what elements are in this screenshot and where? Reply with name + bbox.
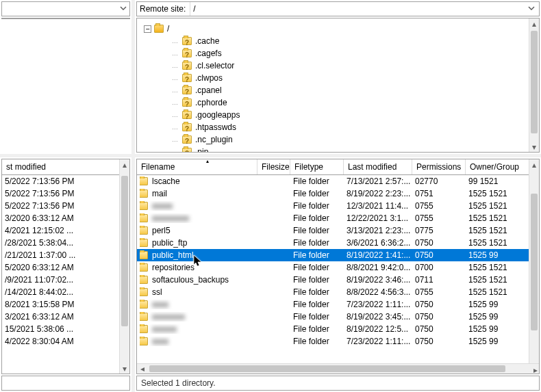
table-row[interactable]: lscacheFile folder7/13/2021 2:57:...0277…: [137, 175, 539, 187]
folder-icon: [140, 251, 148, 259]
folder-unknown-icon: [182, 49, 192, 57]
scroll-thumb[interactable]: [149, 365, 505, 372]
folder-unknown-icon: [182, 111, 192, 119]
tree-item[interactable]: ….cagefs: [167, 47, 539, 60]
remote-site-label: Remote site:: [137, 4, 190, 14]
scroll-left-icon[interactable]: ◂: [137, 364, 147, 374]
list-item[interactable]: /14/2021 8:44:02...: [2, 286, 129, 298]
tree-branch-icon: …: [167, 47, 182, 60]
folder-icon: [140, 226, 148, 235]
scroll-down-icon[interactable]: ▾: [529, 142, 539, 152]
list-item[interactable]: 3/2020 6:33:12 AM: [2, 212, 129, 224]
chevron-down-icon[interactable]: [524, 4, 539, 14]
chevron-down-icon[interactable]: [120, 4, 127, 14]
scroll-up-icon[interactable]: ▴: [120, 18, 129, 19]
list-item[interactable]: 5/2022 7:13:56 PM: [2, 175, 129, 187]
list-item[interactable]: 5/2022 7:13:56 PM: [2, 187, 129, 200]
remote-tree-scrollbar[interactable]: ▴ ▾: [529, 18, 539, 152]
folder-unknown-icon: [182, 86, 192, 94]
list-item[interactable]: 8/2021 3:15:58 PM: [2, 298, 129, 311]
list-item[interactable]: 4/2022 8:30:04 AM: [2, 335, 129, 348]
tree-root[interactable]: −/: [144, 23, 539, 35]
scroll-thumb[interactable]: [121, 176, 128, 326]
folder-unknown-icon: [182, 99, 192, 107]
local-tree-panel: ▴ ▾: [0, 0, 135, 154]
remote-file-list[interactable]: Filename ▴ Filesize Filetype Last modifi…: [136, 159, 540, 374]
folder-icon: [140, 300, 148, 309]
local-list-scrollbar[interactable]: ▴ ▾: [119, 159, 129, 374]
list-item[interactable]: /9/2021 11:07:02...: [2, 274, 129, 286]
tree-branch-icon: …: [167, 60, 182, 72]
tree-branch-icon: …: [167, 72, 182, 84]
table-row[interactable]: perl5File folder3/13/2021 2:23:...077515…: [137, 224, 539, 237]
scroll-up-icon[interactable]: ▴: [529, 18, 539, 29]
list-item[interactable]: /28/2021 5:38:04...: [2, 237, 129, 249]
scroll-down-icon[interactable]: ▾: [120, 18, 129, 18]
table-row[interactable]: public_htmlFile folder8/19/2022 1:41:...…: [137, 249, 539, 261]
folder-open-icon: [154, 25, 164, 33]
col-last-modified[interactable]: Last modified: [344, 159, 412, 174]
list-item[interactable]: 5/2022 7:13:56 PM: [2, 200, 129, 212]
local-status-bar: [1, 376, 130, 391]
collapse-icon[interactable]: −: [144, 25, 151, 33]
scroll-down-icon[interactable]: ▾: [120, 363, 129, 374]
table-row[interactable]: repositoriesFile folder8/8/2021 9:42:0..…: [137, 261, 539, 274]
scroll-up-icon[interactable]: ▴: [529, 159, 539, 170]
tree-branch-icon: …: [167, 133, 182, 146]
remote-tree[interactable]: −/….cache….cagefs….cl.selector….clwpos….…: [136, 18, 540, 153]
tree-item[interactable]: ….clwpos: [167, 72, 539, 84]
list-item[interactable]: 3/2021 6:33:12 AM: [2, 311, 129, 323]
tree-item[interactable]: ….pip: [167, 146, 539, 153]
folder-icon: [140, 263, 148, 272]
tree-item[interactable]: ….cache: [167, 35, 539, 47]
list-item[interactable]: 15/2021 5:38:06 ...: [2, 323, 129, 335]
col-filename[interactable]: Filename ▴: [137, 159, 257, 174]
table-row[interactable]: xxxxxxxxxFile folder12/22/2021 3:1...075…: [137, 212, 539, 224]
table-row[interactable]: xxxxxFile folder12/3/2021 11:4...0755152…: [137, 200, 539, 212]
folder-icon: [140, 239, 148, 247]
list-item[interactable]: /21/2021 1:37:00 ...: [2, 249, 129, 261]
table-row[interactable]: xxxxFile folder7/23/2022 1:11:...0750152…: [137, 298, 539, 311]
list-item[interactable]: 4/2021 12:15:02 ...: [2, 224, 129, 237]
col-permissions[interactable]: Permissions: [412, 159, 466, 174]
tree-item[interactable]: ….htpasswds: [167, 121, 539, 133]
col-last-modified[interactable]: st modified: [2, 159, 129, 174]
tree-item[interactable]: ….cpanel: [167, 84, 539, 96]
table-row[interactable]: softaculous_backupsFile folder8/19/2022 …: [137, 274, 539, 286]
local-file-list[interactable]: st modified 5/2022 7:13:56 PM5/2022 7:13…: [1, 159, 130, 374]
remote-path-value[interactable]: /: [190, 2, 524, 16]
tree-branch-icon: …: [167, 35, 182, 47]
remote-path-bar[interactable]: Remote site: /: [136, 1, 540, 16]
tree-item[interactable]: ….cl.selector: [167, 60, 539, 72]
tree-item[interactable]: ….cphorde: [167, 96, 539, 109]
folder-icon: [140, 313, 148, 321]
col-filetype[interactable]: Filetype: [290, 159, 344, 174]
table-row[interactable]: public_ftpFile folder3/6/2021 6:36:2...0…: [137, 237, 539, 249]
table-row[interactable]: xxxxFile folder7/23/2022 1:11:...0750152…: [137, 335, 539, 348]
scroll-thumb[interactable]: [531, 31, 538, 133]
local-path-bar[interactable]: [1, 1, 130, 16]
remote-list-hscrollbar[interactable]: ◂ ▸: [137, 363, 539, 374]
remote-status-bar: Selected 1 directory.: [136, 376, 540, 391]
folder-icon: [140, 337, 148, 345]
scroll-right-icon[interactable]: ▸: [529, 364, 539, 374]
folder-unknown-icon: [182, 37, 192, 45]
col-owner-group[interactable]: Owner/Group: [466, 159, 539, 174]
table-row[interactable]: xxxxxxFile folder8/19/2022 12:5...075015…: [137, 323, 539, 335]
local-tree[interactable]: ▴ ▾: [1, 18, 130, 19]
folder-icon: [140, 202, 148, 210]
col-filesize[interactable]: Filesize: [257, 159, 290, 174]
table-row[interactable]: xxxxxxxxFile folder8/19/2022 3:45:...075…: [137, 311, 539, 323]
table-row[interactable]: mailFile folder8/19/2022 2:23:...0751152…: [137, 187, 539, 200]
table-row[interactable]: sslFile folder8/8/2022 4:56:3...07551525…: [137, 286, 539, 298]
folder-icon: [140, 288, 148, 296]
tree-item[interactable]: ….nc_plugin: [167, 133, 539, 146]
tree-item[interactable]: ….googleapps: [167, 109, 539, 121]
scroll-thumb[interactable]: [531, 194, 538, 330]
remote-list-scrollbar[interactable]: ▴ ▾: [529, 159, 539, 374]
list-item[interactable]: 5/2020 6:33:12 AM: [2, 261, 129, 274]
folder-unknown-icon: [182, 135, 192, 144]
folder-unknown-icon: [182, 74, 192, 82]
folder-icon: [140, 190, 148, 198]
scroll-up-icon[interactable]: ▴: [120, 159, 129, 170]
